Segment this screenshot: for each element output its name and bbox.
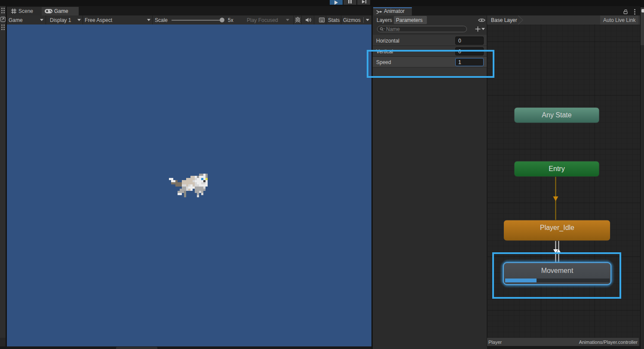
svg-text:Entry: Entry (549, 165, 564, 172)
svg-text:Player_Idle: Player_Idle (540, 224, 574, 232)
svg-text:Any State: Any State (542, 111, 571, 119)
